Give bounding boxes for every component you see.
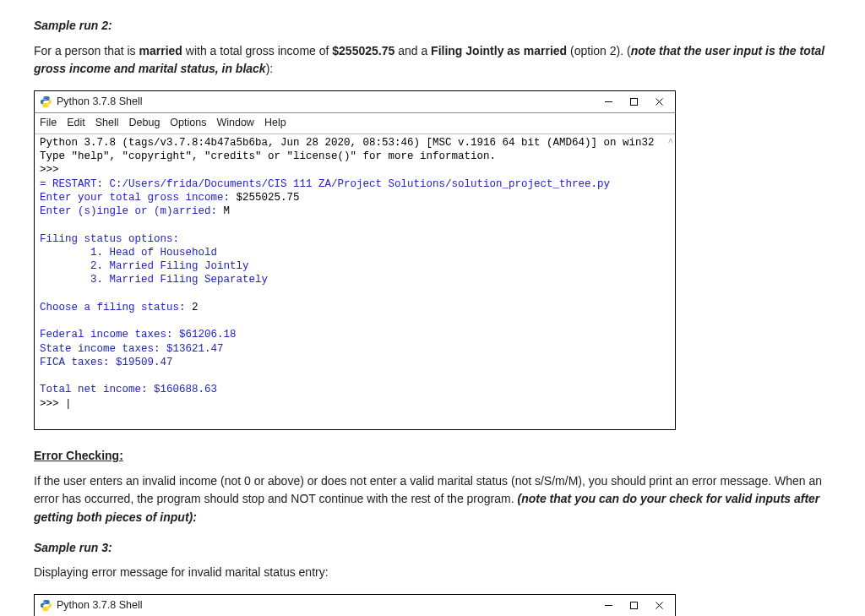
- menu-options[interactable]: Options: [170, 115, 206, 131]
- window-titlebar[interactable]: Python 3.7.8 Shell: [35, 595, 675, 616]
- shell-prompt: >>>: [40, 164, 59, 176]
- menu-help[interactable]: Help: [264, 115, 286, 131]
- text-bold: Filing Jointly as married: [431, 44, 567, 57]
- shell-line: FICA taxes: $19509.47: [40, 357, 173, 368]
- shell-line: Enter (s)ingle or (m)arried:: [40, 205, 224, 217]
- shell-output[interactable]: ^Python 3.7.8 (tags/v3.7.8:4b47a5b6ba, J…: [35, 134, 675, 429]
- menu-edit[interactable]: Edit: [67, 115, 85, 131]
- maximize-button[interactable]: [628, 96, 639, 108]
- minimize-button[interactable]: [602, 96, 614, 108]
- svg-rect-5: [630, 602, 637, 609]
- shell-line: Total net income: $160688.63: [40, 384, 217, 395]
- python-shell-window-2: Python 3.7.8 Shell File Edit Shell Debug…: [34, 594, 676, 616]
- window-menubar: File Edit Shell Debug Options Window Hel…: [35, 113, 675, 134]
- shell-line: Choose a filing status:: [40, 302, 192, 313]
- cursor: |: [65, 398, 72, 410]
- error-checking-heading: Error Checking:: [34, 447, 831, 466]
- python-icon: [40, 599, 52, 612]
- sample2-paragraph: For a person that is married with a tota…: [34, 42, 831, 79]
- window-controls: [602, 600, 670, 612]
- shell-user-input: M: [224, 205, 231, 217]
- shell-user-input: $255025.75: [237, 192, 300, 204]
- error-checking-paragraph: If the user enters an invalid income (no…: [34, 472, 831, 527]
- text: For a person that is: [34, 44, 139, 57]
- text-bold: married: [139, 44, 182, 57]
- python-shell-window: Python 3.7.8 Shell File Edit Shell Debug…: [34, 90, 676, 430]
- shell-line: Filing status options:: [40, 233, 179, 245]
- window-title: Python 3.7.8 Shell: [57, 94, 602, 110]
- shell-line: Python 3.7.8 (tags/v3.7.8:4b47a5b6ba, Ju…: [40, 137, 655, 149]
- text: (option 2). (: [567, 44, 630, 57]
- menu-window[interactable]: Window: [216, 115, 253, 131]
- text: with a total gross income of: [182, 44, 332, 57]
- shell-line: 1. Head of Household: [40, 247, 217, 259]
- maximize-button[interactable]: [628, 600, 639, 612]
- shell-user-input: 2: [192, 302, 199, 313]
- text: ):: [266, 62, 274, 75]
- shell-line: 3. Married Filing Separately: [40, 274, 268, 286]
- menu-debug[interactable]: Debug: [129, 115, 160, 131]
- menu-shell[interactable]: Shell: [95, 115, 119, 131]
- shell-line: Enter your total gross income:: [40, 192, 237, 204]
- window-titlebar[interactable]: Python 3.7.8 Shell: [35, 91, 675, 113]
- sample2-heading: Sample run 2:: [34, 17, 831, 35]
- shell-line: = RESTART: C:/Users/frida/Documents/CIS …: [40, 178, 610, 190]
- scroll-up-icon[interactable]: ^: [667, 136, 673, 148]
- window-controls: [602, 96, 670, 108]
- shell-line: 2. Married Filing Jointly: [40, 260, 249, 272]
- text-bold: $255025.75: [332, 44, 394, 57]
- python-icon: [40, 95, 52, 108]
- svg-rect-1: [630, 99, 637, 106]
- window-title: Python 3.7.8 Shell: [57, 597, 602, 613]
- text: and a: [394, 44, 431, 57]
- close-button[interactable]: [653, 600, 665, 612]
- sample3-paragraph: Displaying error message for invalid mar…: [34, 564, 831, 582]
- sample3-heading: Sample run 3:: [34, 539, 831, 558]
- shell-line: State income taxes: $13621.47: [40, 343, 224, 355]
- menu-file[interactable]: File: [40, 115, 57, 131]
- shell-line: Type "help", "copyright", "credits" or "…: [40, 150, 496, 162]
- close-button[interactable]: [653, 96, 665, 108]
- shell-line: Federal income taxes: $61206.18: [40, 329, 237, 341]
- minimize-button[interactable]: [602, 600, 614, 612]
- shell-prompt: >>>: [40, 398, 65, 410]
